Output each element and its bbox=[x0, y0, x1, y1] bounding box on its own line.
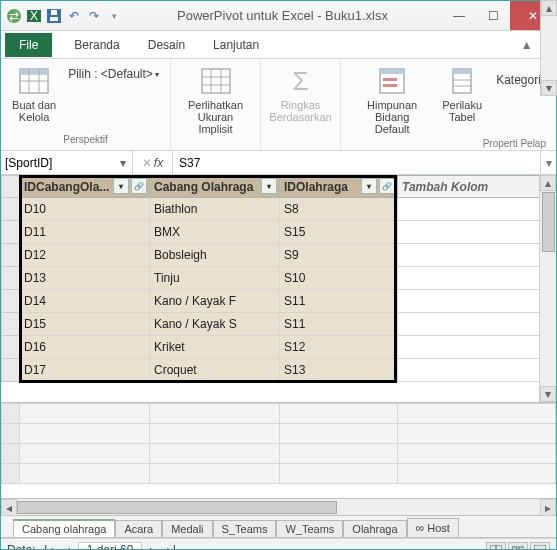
file-tab[interactable]: File bbox=[5, 33, 52, 57]
maximize-button[interactable]: ☐ bbox=[476, 1, 510, 30]
cell[interactable]: S11 bbox=[280, 290, 398, 313]
row-header[interactable] bbox=[2, 267, 20, 290]
cell[interactable] bbox=[398, 267, 556, 290]
vertical-scrollbar[interactable]: ▴ ▾ bbox=[539, 175, 556, 402]
cell[interactable]: S12 bbox=[280, 336, 398, 359]
last-record-icon[interactable]: ▸I bbox=[164, 543, 178, 551]
cell[interactable]: Kano / Kayak F bbox=[150, 290, 280, 313]
add-column[interactable]: Tambah Kolom bbox=[398, 176, 556, 198]
table-row[interactable]: D14Kano / Kayak FS11 bbox=[2, 290, 556, 313]
default-field-set-button[interactable]: Himpunan Bidang Default bbox=[352, 63, 432, 137]
data-grid[interactable]: IDCabangOla...🔗▾ Cabang Olahraga▾ IDOlah… bbox=[1, 175, 556, 403]
save-icon[interactable] bbox=[45, 7, 63, 25]
cell[interactable] bbox=[398, 359, 556, 382]
cell[interactable]: Biathlon bbox=[150, 198, 280, 221]
table-behavior-button[interactable]: Perilaku Tabel bbox=[436, 63, 488, 125]
row-header[interactable] bbox=[2, 290, 20, 313]
redo-icon[interactable]: ↷ bbox=[85, 7, 103, 25]
excel-icon[interactable]: X bbox=[25, 7, 43, 25]
cell[interactable]: S15 bbox=[280, 221, 398, 244]
cell[interactable]: D14 bbox=[20, 290, 150, 313]
cell[interactable]: D15 bbox=[20, 313, 150, 336]
name-box[interactable]: ▾ bbox=[1, 151, 133, 174]
collapse-ribbon-icon[interactable]: ▲ bbox=[521, 38, 533, 52]
row-header[interactable] bbox=[2, 221, 20, 244]
first-record-icon[interactable]: I◂ bbox=[42, 543, 56, 551]
cell[interactable]: Kano / Kayak S bbox=[150, 313, 280, 336]
chevron-down-icon[interactable]: ▾ bbox=[118, 156, 128, 170]
table-row[interactable]: D16KriketS12 bbox=[2, 336, 556, 359]
name-box-input[interactable] bbox=[5, 156, 118, 170]
sheet-tab[interactable]: S_Teams bbox=[213, 520, 277, 537]
table-row[interactable]: D13TinjuS10 bbox=[2, 267, 556, 290]
column-header-c1[interactable]: IDCabangOla...🔗▾ bbox=[20, 176, 150, 198]
cell[interactable] bbox=[398, 313, 556, 336]
scroll-thumb[interactable] bbox=[542, 192, 555, 252]
filter-icon[interactable]: ▾ bbox=[361, 178, 377, 194]
qat-dropdown-icon[interactable]: ▾ bbox=[105, 7, 123, 25]
cell[interactable]: D17 bbox=[20, 359, 150, 382]
table-row[interactable]: D17CroquetS13 bbox=[2, 359, 556, 382]
link-icon[interactable]: 🔗 bbox=[131, 178, 147, 194]
cell[interactable] bbox=[398, 244, 556, 267]
diagram-view-icon[interactable] bbox=[508, 542, 528, 551]
cell[interactable]: D16 bbox=[20, 336, 150, 359]
cell[interactable]: S13 bbox=[280, 359, 398, 382]
cell[interactable] bbox=[398, 290, 556, 313]
scroll-up-icon[interactable]: ▴ bbox=[540, 175, 556, 191]
calc-view-icon[interactable] bbox=[530, 542, 550, 551]
row-header[interactable] bbox=[2, 198, 20, 221]
cancel-icon[interactable]: ✕ bbox=[142, 156, 152, 170]
prev-record-icon[interactable]: ◂ bbox=[60, 543, 74, 551]
cell[interactable]: D12 bbox=[20, 244, 150, 267]
scroll-left-icon[interactable]: ◂ bbox=[1, 499, 17, 516]
table-row[interactable]: D11BMXS15 bbox=[2, 221, 556, 244]
fx-icon[interactable]: fx bbox=[154, 156, 163, 170]
cell[interactable] bbox=[398, 221, 556, 244]
horizontal-scrollbar[interactable]: ◂ ▸ bbox=[1, 499, 556, 516]
next-record-icon[interactable]: ▸ bbox=[146, 543, 160, 551]
grid-view-icon[interactable] bbox=[486, 542, 506, 551]
scroll-down-icon[interactable]: ▾ bbox=[540, 386, 556, 402]
row-header[interactable] bbox=[2, 244, 20, 267]
cell[interactable]: D13 bbox=[20, 267, 150, 290]
select-default-dropdown[interactable]: Pilih : <Default> ▾ bbox=[64, 63, 163, 85]
sheet-tab[interactable]: W_Teams bbox=[276, 520, 343, 537]
table-row[interactable]: D12BobsleighS9 bbox=[2, 244, 556, 267]
cell[interactable]: BMX bbox=[150, 221, 280, 244]
formula-input[interactable] bbox=[179, 156, 534, 170]
row-header[interactable] bbox=[2, 359, 20, 382]
show-implicit-button[interactable]: Perlihatkan Ukuran Implisit bbox=[177, 63, 254, 137]
cell[interactable]: D10 bbox=[20, 198, 150, 221]
table-row[interactable]: D15Kano / Kayak SS11 bbox=[2, 313, 556, 336]
column-header-c3[interactable]: IDOlahraga🔗▾ bbox=[280, 176, 398, 198]
expand-formula-icon[interactable]: ▾ bbox=[540, 151, 556, 174]
cell[interactable]: Tinju bbox=[150, 267, 280, 290]
cell[interactable]: S8 bbox=[280, 198, 398, 221]
sheet-tab[interactable]: ∞ Host bbox=[407, 518, 459, 537]
home-tab[interactable]: Beranda bbox=[60, 33, 133, 57]
sheet-tab[interactable]: Acara bbox=[115, 520, 162, 537]
design-tab[interactable]: Desain bbox=[134, 33, 199, 57]
scroll-thumb[interactable] bbox=[17, 501, 337, 514]
cell[interactable] bbox=[398, 198, 556, 221]
row-header[interactable] bbox=[2, 336, 20, 359]
sheet-tab[interactable]: Cabang olahraga bbox=[13, 519, 115, 537]
cell[interactable]: S10 bbox=[280, 267, 398, 290]
table-row[interactable]: D10BiathlonS8 bbox=[2, 198, 556, 221]
cell[interactable]: Croquet bbox=[150, 359, 280, 382]
cell[interactable]: Bobsleigh bbox=[150, 244, 280, 267]
undo-icon[interactable]: ↶ bbox=[65, 7, 83, 25]
filter-icon[interactable]: ▾ bbox=[261, 178, 277, 194]
cell[interactable]: S9 bbox=[280, 244, 398, 267]
advanced-tab[interactable]: Lanjutan bbox=[199, 33, 273, 57]
select-all-corner[interactable] bbox=[2, 176, 20, 198]
filter-icon[interactable]: ▾ bbox=[113, 178, 129, 194]
scroll-right-icon[interactable]: ▸ bbox=[540, 499, 556, 516]
calc-area[interactable]: ▴ ▾ bbox=[1, 403, 556, 499]
link-icon[interactable]: 🔗 bbox=[379, 178, 395, 194]
cell[interactable] bbox=[398, 336, 556, 359]
cell[interactable]: S11 bbox=[280, 313, 398, 336]
sheet-tab[interactable]: Olahraga bbox=[343, 520, 406, 537]
column-header-c2[interactable]: Cabang Olahraga▾ bbox=[150, 176, 280, 198]
